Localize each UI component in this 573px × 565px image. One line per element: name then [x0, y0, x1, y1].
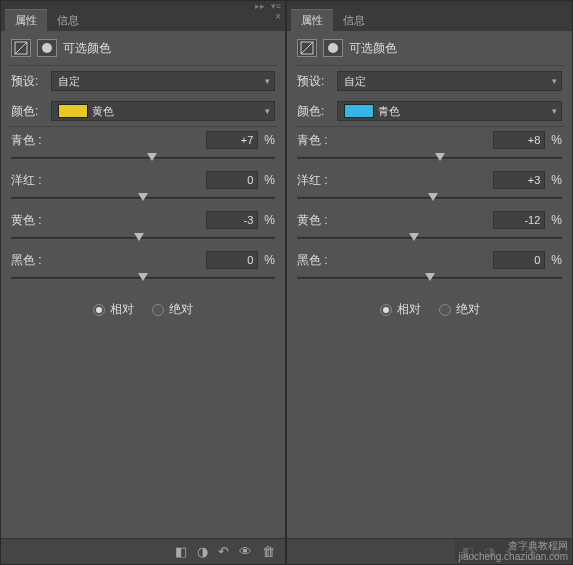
slider-track[interactable] [11, 151, 275, 165]
slider-block: 黑色 :0% [1, 247, 285, 287]
adjustment-icon [11, 39, 31, 57]
slider-value[interactable]: 0 [206, 171, 258, 189]
slider-thumb[interactable] [134, 233, 144, 241]
color-label: 颜色: [11, 103, 45, 120]
color-label: 颜色: [297, 103, 331, 120]
slider-track[interactable] [297, 231, 562, 245]
properties-panel-left: ▸▸ ▾≡ 属性 信息 × 可选颜色 预设: 自定 颜色: 黄色 青色 :+7%… [0, 0, 286, 565]
mask-icon [323, 39, 343, 57]
preset-label: 预设: [11, 73, 45, 90]
preset-select[interactable]: 自定 [337, 71, 562, 91]
color-swatch [344, 104, 374, 118]
color-row: 颜色: 黄色 [1, 96, 285, 126]
slider-track[interactable] [297, 191, 562, 205]
slider-thumb[interactable] [425, 273, 435, 281]
radio-absolute[interactable]: 绝对 [439, 301, 480, 318]
slider-thumb[interactable] [428, 193, 438, 201]
mask-icon [37, 39, 57, 57]
panel-title-text: 可选颜色 [349, 40, 397, 57]
visibility-icon[interactable]: 👁 [239, 544, 252, 559]
watermark: 查字典教程网 jiaocheng.chazidian.com [455, 539, 571, 563]
slider-value[interactable]: +3 [493, 171, 545, 189]
adjustment-icon [297, 39, 317, 57]
slider-value[interactable]: -12 [493, 211, 545, 229]
tab-strip: 属性 信息 [287, 9, 572, 31]
slider-label: 黄色 : [297, 212, 328, 229]
percent-label: % [264, 133, 275, 147]
slider-value[interactable]: +8 [493, 131, 545, 149]
panel-title-row: 可选颜色 [1, 31, 285, 65]
slider-label: 黑色 : [11, 252, 42, 269]
radio-relative[interactable]: 相对 [380, 301, 421, 318]
method-radios: 相对 绝对 [287, 287, 572, 332]
color-swatch [58, 104, 88, 118]
slider-label: 洋红 : [11, 172, 42, 189]
radio-absolute[interactable]: 绝对 [152, 301, 193, 318]
slider-label: 青色 : [11, 132, 42, 149]
slider-block: 青色 :+8% [287, 127, 572, 167]
slider-track[interactable] [297, 271, 562, 285]
slider-label: 洋红 : [297, 172, 328, 189]
slider-track[interactable] [297, 151, 562, 165]
slider-label: 青色 : [297, 132, 328, 149]
panel-footer: ◧ ◑ ↶ 👁 🗑 [1, 538, 285, 564]
percent-label: % [551, 133, 562, 147]
svg-point-3 [328, 43, 338, 53]
tab-strip: 属性 信息 × [1, 9, 285, 31]
panel-title-text: 可选颜色 [63, 40, 111, 57]
color-select[interactable]: 青色 [337, 101, 562, 121]
slider-block: 黄色 :-3% [1, 207, 285, 247]
preset-row: 预设: 自定 [1, 66, 285, 96]
sliders-left: 青色 :+7%洋红 :0%黄色 :-3%黑色 :0% [1, 127, 285, 287]
slider-value[interactable]: +7 [206, 131, 258, 149]
tab-properties[interactable]: 属性 [5, 9, 47, 31]
slider-block: 青色 :+7% [1, 127, 285, 167]
svg-point-1 [42, 43, 52, 53]
slider-value[interactable]: 0 [493, 251, 545, 269]
slider-track[interactable] [11, 191, 275, 205]
slider-value[interactable]: 0 [206, 251, 258, 269]
percent-label: % [264, 253, 275, 267]
percent-label: % [551, 253, 562, 267]
color-row: 颜色: 青色 [287, 96, 572, 126]
slider-thumb[interactable] [409, 233, 419, 241]
preset-select[interactable]: 自定 [51, 71, 275, 91]
slider-block: 黄色 :-12% [287, 207, 572, 247]
percent-label: % [551, 213, 562, 227]
panel-header-bar: ▸▸ ▾≡ [1, 1, 285, 9]
slider-thumb[interactable] [138, 193, 148, 201]
slider-track[interactable] [11, 231, 275, 245]
preset-row: 预设: 自定 [287, 66, 572, 96]
slider-block: 洋红 :0% [1, 167, 285, 207]
panel-header-bar [287, 1, 572, 9]
slider-block: 黑色 :0% [287, 247, 572, 287]
method-radios: 相对 绝对 [1, 287, 285, 332]
radio-relative[interactable]: 相对 [93, 301, 134, 318]
slider-label: 黄色 : [11, 212, 42, 229]
preset-label: 预设: [297, 73, 331, 90]
properties-panel-right: 属性 信息 可选颜色 预设: 自定 颜色: 青色 青色 :+8%洋红 :+3%黄… [286, 0, 573, 565]
panel-title-row: 可选颜色 [287, 31, 572, 65]
slider-thumb[interactable] [138, 273, 148, 281]
close-icon[interactable]: × [275, 11, 281, 22]
trash-icon[interactable]: 🗑 [262, 544, 275, 559]
percent-label: % [551, 173, 562, 187]
slider-label: 黑色 : [297, 252, 328, 269]
tab-info[interactable]: 信息 [333, 10, 375, 31]
percent-label: % [264, 173, 275, 187]
slider-value[interactable]: -3 [206, 211, 258, 229]
tab-properties[interactable]: 属性 [291, 9, 333, 31]
sliders-right: 青色 :+8%洋红 :+3%黄色 :-12%黑色 :0% [287, 127, 572, 287]
prev-state-icon[interactable]: ◑ [197, 544, 208, 559]
slider-thumb[interactable] [147, 153, 157, 161]
slider-thumb[interactable] [435, 153, 445, 161]
clip-icon[interactable]: ◧ [175, 544, 187, 559]
tab-info[interactable]: 信息 [47, 10, 89, 31]
slider-track[interactable] [11, 271, 275, 285]
color-select[interactable]: 黄色 [51, 101, 275, 121]
percent-label: % [264, 213, 275, 227]
reset-icon[interactable]: ↶ [218, 544, 229, 559]
slider-block: 洋红 :+3% [287, 167, 572, 207]
